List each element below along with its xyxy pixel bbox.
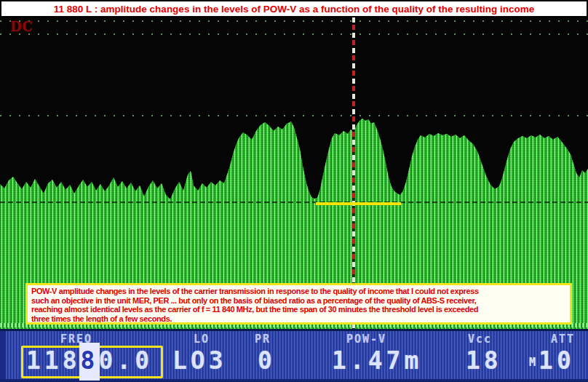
- spectrum-trace: [0, 17, 588, 329]
- att-label: ATT: [551, 333, 575, 346]
- pow-v-label: POW-V: [346, 333, 386, 346]
- graticule-dotted-row: [0, 33, 588, 35]
- threshold-dashed-line: [0, 202, 588, 203]
- frequency-digits: 0.0: [98, 346, 153, 375]
- vcc-value: 18: [466, 348, 502, 374]
- annotation-box: POW-V amplitude changes in the levels of…: [25, 283, 572, 325]
- annotation-line: three times the length of a few seconds.: [31, 314, 566, 324]
- att-value: M10: [529, 348, 575, 375]
- graticule-dotted-row: [0, 20, 588, 22]
- dc-coupling-label: DC: [10, 19, 33, 34]
- frequency-cursor-digit[interactable]: 8: [79, 343, 100, 381]
- frequency-digits: 118: [26, 346, 81, 375]
- pr-label: PR: [255, 333, 271, 346]
- annotation-line: reaching almost identical levels as the …: [31, 305, 566, 314]
- page-title: 11 880 L : amplitude changes in the leve…: [54, 4, 534, 15]
- annotation-line: such an objective in the unit MER, PER .…: [31, 296, 566, 306]
- att-number: 10: [539, 346, 575, 375]
- lo-value: LO3: [172, 348, 227, 374]
- meter-screen: 11 880 L : amplitude changes in the leve…: [0, 0, 588, 382]
- pr-value: 0: [258, 348, 276, 374]
- frequency-field[interactable]: 11880.0: [26, 348, 153, 374]
- pow-v-value: 1.47m: [332, 348, 422, 374]
- att-unit-prefix: M: [529, 356, 536, 369]
- vcc-label: Vcc: [468, 333, 492, 346]
- lo-label: LO: [194, 333, 210, 346]
- spectrum-display: DC POW-V amplitude changes in the levels…: [0, 17, 588, 329]
- annotation-line: POW-V amplitude changes in the levels of…: [31, 287, 566, 296]
- threshold-highlight-segment: [316, 202, 401, 205]
- title-bar: 11 880 L : amplitude changes in the leve…: [0, 0, 588, 17]
- status-bar: FREQ LO PR POW-V Vcc ATT 11880.0 LO3 0 1…: [0, 329, 588, 382]
- center-frequency-marker-line: [352, 17, 355, 329]
- graticule-dotted-row: [0, 115, 588, 116]
